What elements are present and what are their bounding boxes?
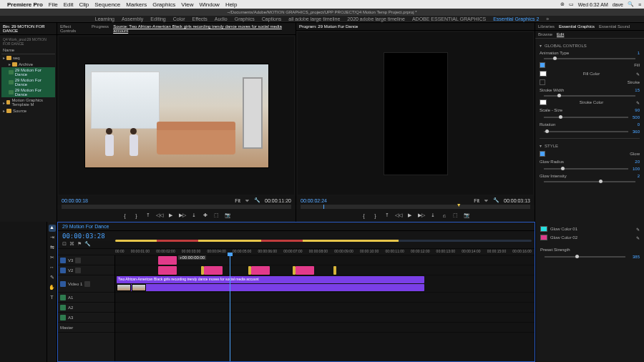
- track-toggle-icon[interactable]: [60, 281, 66, 287]
- eg-glow-intensity-slider[interactable]: [544, 181, 635, 182]
- wrench-icon[interactable]: 🔧: [254, 197, 260, 203]
- track-header-v1[interactable]: Video 1: [58, 275, 114, 293]
- track-select-tool[interactable]: ⇥: [49, 235, 56, 242]
- menu-window[interactable]: Window: [199, 1, 219, 8]
- eg-rotation-slider[interactable]: [544, 131, 628, 132]
- project-item-sequence-3[interactable]: 29 Motion For Dance: [1, 87, 55, 97]
- clip-marker[interactable]: [333, 266, 336, 275]
- snap-toggle[interactable]: ⊡: [62, 241, 67, 247]
- eg-glow-radius-value[interactable]: 20: [635, 160, 640, 164]
- play-button[interactable]: ▶: [167, 212, 175, 219]
- eyedropper-icon[interactable]: ✎: [636, 100, 640, 105]
- clip-graphic[interactable]: [251, 266, 270, 275]
- overwrite-button[interactable]: ⬚: [213, 212, 220, 219]
- tab-progress[interactable]: Progress: [92, 24, 109, 33]
- ws-color[interactable]: Color: [173, 16, 185, 21]
- mark-out-button[interactable]: }: [133, 212, 140, 219]
- menu-clip[interactable]: Clip: [79, 1, 89, 8]
- clip-graphic[interactable]: [158, 256, 177, 265]
- export-frame-button[interactable]: 📷: [464, 212, 471, 219]
- project-item-archive[interactable]: ▸Archive: [1, 61, 55, 67]
- eg-scale-value[interactable]: 90: [635, 108, 640, 112]
- eg-stroke-color-swatch[interactable]: [540, 99, 547, 105]
- track-toggle-icon[interactable]: [60, 305, 66, 310]
- ws-audio[interactable]: Audio: [215, 16, 228, 21]
- project-bin-tab[interactable]: Bin: 29 MOTION FOR DANCE: [3, 24, 54, 33]
- menubar-wifi-icon[interactable]: ⊚: [560, 1, 565, 7]
- clip-graphic[interactable]: [158, 266, 177, 275]
- menu-edit[interactable]: Edit: [64, 1, 74, 8]
- program-fit-dropdown[interactable]: Fit: [474, 198, 479, 203]
- project-item-sequence-1[interactable]: 29 Motion For Dance: [1, 67, 55, 77]
- ws-effects[interactable]: Effects: [192, 16, 208, 21]
- ws-graphics[interactable]: Graphics: [235, 16, 255, 21]
- eg-glow-color2-swatch[interactable]: [540, 235, 547, 240]
- step-forward-button[interactable]: ▶▷: [418, 212, 425, 219]
- go-to-out-button[interactable]: ⤓: [429, 212, 436, 219]
- tab-program[interactable]: Program: 29 Motion For Dance: [299, 24, 358, 29]
- marker-add-button[interactable]: ⚑: [77, 241, 82, 247]
- project-item-sequence-2[interactable]: 29 Motion For Dance: [1, 77, 55, 87]
- eg-stroke-width-value[interactable]: 15: [635, 88, 640, 92]
- ws-essential-graphics-2[interactable]: Essential Graphics 2: [493, 16, 539, 21]
- step-back-button[interactable]: ◁◁: [395, 212, 402, 219]
- mark-out-button[interactable]: }: [372, 212, 379, 219]
- ws-overflow-icon[interactable]: »: [546, 16, 549, 21]
- track-header-v2[interactable]: V2: [58, 265, 114, 275]
- eg-stroke-width-slider[interactable]: [544, 95, 635, 97]
- ws-captions[interactable]: Captions: [262, 16, 282, 21]
- track-header-a1[interactable]: A1: [58, 293, 114, 303]
- track-toggle-icon[interactable]: [60, 268, 66, 273]
- ws-editing[interactable]: Editing: [150, 16, 165, 21]
- ripple-edit-tool[interactable]: ⇋: [49, 245, 56, 252]
- eyedropper-icon[interactable]: ✎: [636, 235, 640, 240]
- eg-scale-slider[interactable]: [544, 117, 628, 118]
- ws-assembly[interactable]: Assembly: [122, 16, 143, 21]
- eg-stroke-checkbox[interactable]: [540, 79, 545, 85]
- selection-tool[interactable]: ▲: [49, 225, 56, 232]
- export-frame-button[interactable]: 📷: [225, 212, 232, 219]
- razor-tool[interactable]: ✂: [49, 255, 56, 262]
- clip-graphic[interactable]: [296, 266, 314, 275]
- menu-help[interactable]: Help: [225, 1, 237, 8]
- clip-video-main[interactable]: Two African-American Black girls recordi…: [117, 276, 424, 283]
- menu-markers[interactable]: Markers: [126, 1, 147, 8]
- chevron-down-icon[interactable]: ▾: [540, 43, 542, 48]
- hand-tool[interactable]: ✋: [49, 285, 56, 292]
- eg-rotation-value[interactable]: 0: [638, 122, 640, 127]
- eg-preset-strength-value[interactable]: 385: [633, 255, 640, 259]
- eg-glow-intensity-value[interactable]: 2: [638, 174, 640, 178]
- source-in-timecode[interactable]: 00:00:00:18: [62, 198, 88, 203]
- eg-animation-type-value[interactable]: 1: [638, 51, 640, 55]
- menu-sequence[interactable]: Sequence: [94, 1, 120, 8]
- pen-tool[interactable]: ✎: [49, 275, 56, 282]
- clip-graphic[interactable]: [204, 266, 223, 275]
- eg-glow-radius-slider[interactable]: [544, 168, 628, 170]
- menu-file[interactable]: File: [49, 1, 58, 8]
- menubar-battery-icon[interactable]: ▭: [569, 1, 574, 7]
- slip-tool[interactable]: ↔: [49, 265, 56, 272]
- source-fit-dropdown[interactable]: Fit: [235, 198, 240, 203]
- menubar-search-icon[interactable]: 🔍: [628, 1, 634, 7]
- mark-in-button[interactable]: {: [361, 212, 368, 219]
- ws-learning[interactable]: Learning: [95, 16, 114, 21]
- timeline-playhead[interactable]: [230, 255, 230, 361]
- eg-glow-checkbox[interactable]: [540, 151, 545, 157]
- tab-source-clip[interactable]: Source: Two African-American Black girls…: [113, 24, 293, 33]
- eg-preset-strength-slider[interactable]: [545, 256, 625, 258]
- play-button[interactable]: ▶: [406, 212, 414, 219]
- timeline-sequence-tab[interactable]: 29 Motion For Dance: [62, 224, 109, 229]
- tab-libraries[interactable]: Libraries: [538, 24, 555, 29]
- chevron-down-icon[interactable]: ▾: [540, 143, 542, 148]
- eg-glow-color1-swatch[interactable]: [540, 226, 547, 232]
- timeline-track-area[interactable]: +00:00:00:00 Two African-American Black …: [115, 255, 535, 361]
- eg-browse-tab[interactable]: Browse: [538, 32, 552, 36]
- timeline-navigator[interactable]: [115, 240, 532, 242]
- tab-essential-sound[interactable]: Essential Sound: [599, 24, 630, 29]
- type-tool[interactable]: T: [49, 295, 56, 302]
- go-to-in-button[interactable]: ⤒: [145, 212, 152, 219]
- eye-icon[interactable]: [75, 268, 81, 273]
- insert-button[interactable]: ✚: [202, 212, 209, 219]
- ws-custom2[interactable]: 2020 adobe large timeline: [347, 16, 405, 21]
- eye-icon[interactable]: [75, 258, 81, 263]
